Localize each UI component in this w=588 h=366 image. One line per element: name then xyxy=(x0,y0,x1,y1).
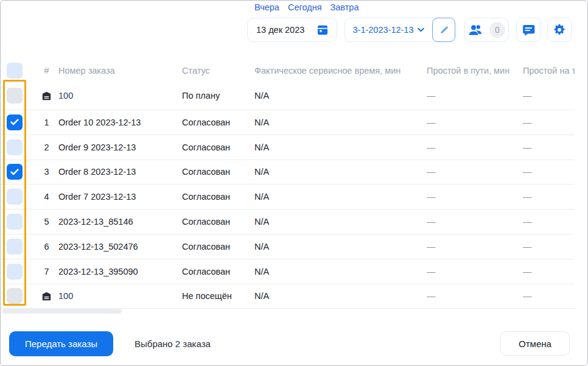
idle-point: — xyxy=(523,192,575,202)
row-checkbox[interactable] xyxy=(7,189,23,205)
link-tomorrow[interactable]: Завтра xyxy=(331,2,359,12)
idle-transit: — xyxy=(427,217,523,227)
table-row: 6 2023-12-13_502476 Согласован N/A — — xyxy=(1,234,575,259)
service-time: N/A xyxy=(254,267,427,276)
idle-transit: — xyxy=(427,143,523,152)
order-status: По плану xyxy=(182,91,254,100)
transfer-orders-dialog: Вчера Сегодня Завтра 13 дек 2023 3-1-202… xyxy=(0,0,588,366)
idle-point: — xyxy=(523,291,575,301)
table-header-row: # Номер заказа Статус Фактическое сервис… xyxy=(1,59,575,82)
idle-transit: — xyxy=(427,167,523,177)
service-time: N/A xyxy=(254,118,427,127)
row-checkbox[interactable] xyxy=(7,114,23,130)
service-time: N/A xyxy=(254,143,427,152)
row-index: 4 xyxy=(44,192,49,202)
select-all-checkbox[interactable] xyxy=(7,63,23,79)
edit-route-button[interactable] xyxy=(432,18,455,42)
order-status: Согласован xyxy=(182,242,254,252)
table-row: 7 2023-12-13_395090 Согласован N/A — — xyxy=(1,259,575,284)
date-picker-button[interactable]: 13 дек 2023 xyxy=(247,18,337,42)
service-time: N/A xyxy=(254,192,427,202)
table-row: 4 Order 7 2023-12-13 Согласован N/A — — xyxy=(1,185,575,209)
service-time: N/A xyxy=(254,91,427,100)
idle-point: — xyxy=(523,91,575,100)
comments-button[interactable] xyxy=(516,18,541,42)
order-number: Order 7 2023-12-13 xyxy=(58,192,182,202)
transfer-orders-button[interactable]: Передать заказы xyxy=(9,331,113,356)
service-time: N/A xyxy=(254,242,427,252)
idle-point: — xyxy=(523,167,575,177)
idle-transit: — xyxy=(427,192,523,202)
couriers-icon xyxy=(468,24,485,36)
idle-transit: — xyxy=(427,291,523,301)
order-status: Не посещён xyxy=(182,291,254,301)
row-checkbox[interactable] xyxy=(7,239,23,255)
order-number: 2023-12-13_395090 xyxy=(58,267,182,276)
row-checkbox[interactable] xyxy=(7,139,23,155)
row-checkbox[interactable] xyxy=(7,214,23,230)
table-row: 100 По плану N/A — — xyxy=(1,82,575,110)
settings-button[interactable] xyxy=(547,18,572,42)
link-today[interactable]: Сегодня xyxy=(288,2,322,12)
depot-warehouse-icon xyxy=(41,91,52,101)
order-status: Согласован xyxy=(182,167,254,177)
row-index: 2 xyxy=(44,143,49,152)
service-time: N/A xyxy=(254,167,427,177)
idle-transit: — xyxy=(427,118,523,127)
idle-point: — xyxy=(523,267,575,276)
table-row: 2 Order 9 2023-12-13 Согласован N/A — — xyxy=(1,135,575,160)
order-status: Согласован xyxy=(182,118,254,127)
header-service-time: Фактическое сервисное время, мин xyxy=(254,66,427,76)
route-dropdown[interactable]: 3-1-2023-12-13 xyxy=(345,18,432,41)
route-dropdown-value: 3-1-2023-12-13 xyxy=(353,25,414,35)
row-index: 6 xyxy=(44,242,49,252)
couriers-count-badge: 0 xyxy=(489,22,505,38)
service-time: N/A xyxy=(254,217,427,227)
header-status: Статус xyxy=(182,66,254,76)
row-checkbox[interactable] xyxy=(7,264,23,280)
idle-point: — xyxy=(523,242,575,252)
horizontal-scrollbar[interactable] xyxy=(2,308,122,314)
idle-point: — xyxy=(523,118,575,127)
quick-date-links: Вчера Сегодня Завтра xyxy=(254,2,359,12)
order-number: Order 9 2023-12-13 xyxy=(58,143,182,152)
idle-point: — xyxy=(523,143,575,152)
order-number: Order 10 2023-12-13 xyxy=(58,118,182,127)
header-idle-transit: Простой в пути, мин xyxy=(427,66,523,76)
cancel-button[interactable]: Отмена xyxy=(500,331,570,356)
row-index: 7 xyxy=(44,267,49,276)
header-index: # xyxy=(35,66,58,76)
orders-table: # Номер заказа Статус Фактическое сервис… xyxy=(1,59,575,309)
row-index: 5 xyxy=(44,217,49,227)
order-status: Согласован xyxy=(182,217,254,227)
table-row: 5 2023-12-13_85146 Согласован N/A — — xyxy=(1,209,575,234)
order-number: 100 xyxy=(58,291,182,301)
calendar-icon xyxy=(317,24,328,35)
link-yesterday[interactable]: Вчера xyxy=(254,2,279,12)
table-row: 1 Order 10 2023-12-13 Согласован N/A — — xyxy=(1,110,575,135)
row-checkbox[interactable] xyxy=(7,164,23,180)
chevron-down-icon xyxy=(418,27,424,32)
settings-gear-icon xyxy=(553,23,566,37)
row-checkbox[interactable] xyxy=(7,88,23,104)
order-status: Согласован xyxy=(182,267,254,276)
order-number: 2023-12-13_502476 xyxy=(58,242,182,252)
idle-transit: — xyxy=(427,91,523,100)
row-index: 1 xyxy=(44,118,49,127)
edit-pencil-icon xyxy=(439,25,449,35)
idle-point: — xyxy=(523,217,575,227)
table-row: 3 Order 8 2023-12-13 Согласован N/A — — xyxy=(1,160,575,185)
depot-warehouse-icon xyxy=(41,291,52,301)
table-row: 100 Не посещён N/A — — xyxy=(1,284,575,309)
header-idle-point: Простой на т xyxy=(523,66,575,76)
order-number: 100 xyxy=(58,91,182,100)
order-status: Согласован xyxy=(182,143,254,152)
idle-transit: — xyxy=(427,242,523,252)
row-index: 3 xyxy=(44,167,49,177)
comments-icon xyxy=(522,24,535,37)
idle-transit: — xyxy=(427,267,523,276)
date-value: 13 дек 2023 xyxy=(256,25,304,35)
service-time: N/A xyxy=(254,291,427,301)
couriers-button[interactable]: 0 xyxy=(464,18,509,42)
row-checkbox[interactable] xyxy=(7,288,23,304)
